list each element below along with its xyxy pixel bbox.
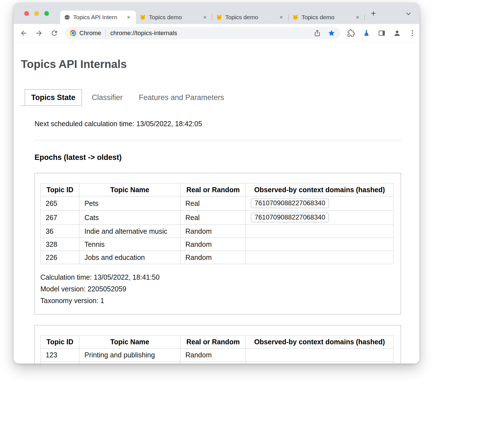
new-tab-button[interactable] [369,9,378,18]
forward-button[interactable] [33,27,45,39]
browser-tab-topics-demo-3[interactable]: Topics demo [288,11,365,24]
tab-classifier[interactable]: Classifier [86,90,129,106]
topic-id-cell: 267 [41,211,79,225]
topic-name-cell: Cats [79,211,180,225]
topic-name-cell: Printing and publishing [79,348,180,362]
traffic-lights [24,11,49,16]
side-panel-icon[interactable] [376,27,388,39]
real-or-random-cell: Random [180,251,246,264]
topic-name-cell: Indie and alternative music [79,225,180,238]
real-or-random-cell: Real [180,196,246,211]
cat-favicon [292,14,299,20]
tab-title: Topics demo [149,14,199,21]
calculation-time: Calculation time: 13/05/2022, 18:41:50 [40,271,393,283]
minimize-window-button[interactable] [34,11,39,16]
topic-row: 267CatsReal7610709088227068340 [41,211,393,225]
address-bar[interactable]: Chrome chrome://topics-internals [65,27,340,39]
topic-name-header: Topic Name [79,336,180,348]
globe-favicon [64,14,70,20]
observed-domains-cell [246,348,393,362]
url-text: chrome://topics-internals [110,30,307,37]
topic-id-header: Topic ID [41,184,79,196]
observed-domains-cell: 7610709088227068340 [246,196,393,211]
tab-features-and-parameters[interactable]: Features and Parameters [133,90,230,106]
epochs-heading: Epochs (latest -> oldest) [35,153,401,162]
topic-name-cell: Fibre and textile arts [79,362,180,364]
cat-favicon [140,14,146,20]
tab-title: Topics API Intern [73,14,122,21]
menu-dots-icon[interactable] [406,27,419,39]
tab-search-chevron-icon[interactable] [405,10,412,17]
observed-domains-cell [246,362,393,364]
page-tab-bar: Topics State Classifier Features and Par… [25,89,419,106]
taxonomy-version: Taxonomy version: 1 [40,295,393,306]
browser-window: Topics API Intern Topics demo [14,3,419,364]
table-header-row: Topic ID Topic Name Real or Random Obser… [41,336,393,348]
topic-id-cell: 265 [41,196,79,211]
next-calculation-time: Next scheduled calculation time: 13/05/2… [35,120,401,128]
close-window-button[interactable] [24,11,29,16]
browser-tab-topics-internals[interactable]: Topics API Intern [60,11,136,24]
real-or-random-cell: Random [180,362,246,364]
hashed-domain-value[interactable]: 7610709088227068340 [251,213,329,222]
topic-row: 226Jobs and educationRandom [41,251,393,264]
topic-row: 328TennisRandom [41,238,393,251]
chrome-logo-icon [70,30,76,36]
page-content: Topics API Internals Topics State Classi… [14,58,419,364]
browser-toolbar: Chrome chrome://topics-internals [14,24,419,42]
topic-name-cell: Pets [79,196,180,211]
observed-domains-cell [246,251,393,264]
observed-domains-cell: 7610709088227068340 [246,211,393,225]
topic-row: 123Printing and publishingRandom [41,348,393,362]
real-or-random-header: Real or Random [180,336,246,348]
browser-tab-topics-demo-1[interactable]: Topics demo [136,11,212,24]
topic-row: 265PetsReal7610709088227068340 [41,196,393,211]
close-tab-icon[interactable] [125,14,132,21]
zoom-window-button[interactable] [44,11,49,16]
close-tab-icon[interactable] [278,14,285,21]
topic-id-cell: 200 [41,362,79,364]
toolbar-icons [345,27,419,39]
reload-button[interactable] [48,27,60,39]
extensions-puzzle-icon[interactable] [345,27,357,39]
real-or-random-cell: Random [180,225,246,238]
observed-domains-cell [246,238,393,251]
table-header-row: Topic ID Topic Name Real or Random Obser… [41,184,393,196]
experiments-flask-icon[interactable] [360,27,373,39]
observed-domains-header: Observed-by context domains (hashed) [246,336,393,348]
tab-title: Topics demo [225,14,275,21]
cat-favicon [216,14,222,20]
model-version: Model version: 2205052059 [40,283,393,295]
tab-title: Topics demo [302,14,351,21]
topic-name-cell: Jobs and education [79,251,180,264]
real-or-random-cell: Real [180,211,246,225]
browser-tab-topics-demo-2[interactable]: Topics demo [212,11,288,24]
back-button[interactable] [18,27,30,39]
topic-row: 36Indie and alternative musicRandom [41,225,393,238]
hashed-domain-value[interactable]: 7610709088227068340 [251,199,329,208]
tab-topics-state[interactable]: Topics State [25,89,82,106]
epoch-box-older: Topic ID Topic Name Real or Random Obser… [35,325,401,364]
close-tab-icon[interactable] [202,14,208,21]
real-or-random-cell: Random [180,238,246,251]
observed-domains-cell [246,225,393,238]
topic-id-header: Topic ID [41,336,79,348]
divider [35,140,401,140]
observed-domains-header: Observed-by context domains (hashed) [246,184,393,196]
bookmark-star-icon[interactable] [328,29,335,37]
real-or-random-cell: Random [180,348,246,362]
epoch-box-latest: Topic ID Topic Name Real or Random Obser… [35,173,401,314]
close-tab-icon[interactable] [354,14,361,21]
topic-id-cell: 226 [41,251,79,264]
topic-id-cell: 123 [41,348,79,362]
topic-id-cell: 328 [41,238,79,251]
topic-row: 200Fibre and textile artsRandom [41,362,393,364]
topic-id-cell: 36 [41,225,79,238]
topics-table: Topic ID Topic Name Real or Random Obser… [40,335,393,364]
share-icon[interactable] [314,29,321,37]
topic-name-cell: Tennis [79,238,180,251]
omnibox-divider [106,30,106,36]
profile-avatar-icon[interactable] [391,27,403,39]
real-or-random-header: Real or Random [180,184,246,196]
browser-tab-strip: Topics API Intern Topics demo [14,3,419,24]
